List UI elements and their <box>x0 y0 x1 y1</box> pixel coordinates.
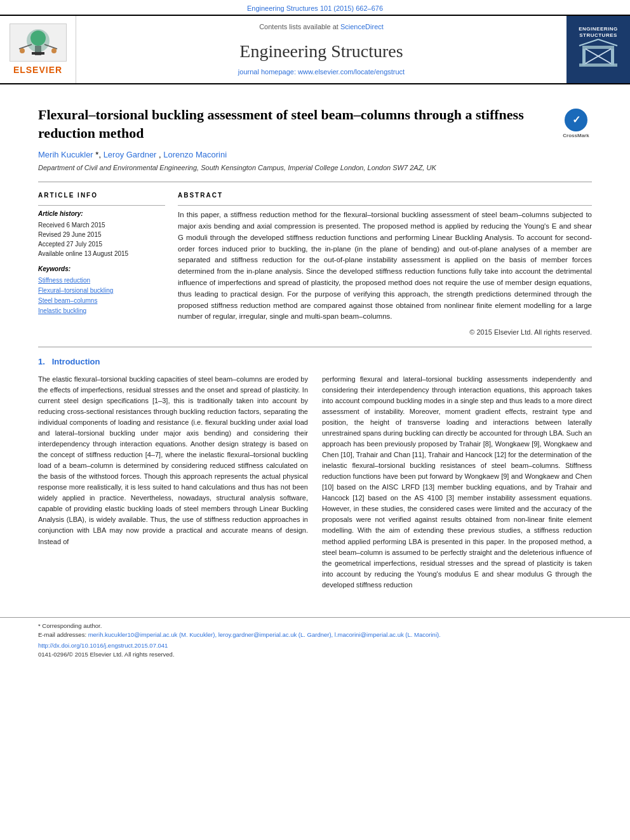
journal-homepage: journal homepage: www.elsevier.com/locat… <box>238 67 405 77</box>
body-text-right: performing flexural and lateral–torsiona… <box>322 374 592 590</box>
body-two-col: The elastic flexural–torsional buckling … <box>38 374 592 594</box>
crossmark-badge[interactable]: ✓ CrossMark <box>560 109 592 139</box>
article-title-text: Flexural–torsional buckling assessment o… <box>38 106 554 142</box>
section1-heading: 1. Introduction <box>38 356 592 368</box>
divider-after-abstract <box>38 347 592 347</box>
journal-header: ELSEVIER Contents lists available at Sci… <box>0 15 630 84</box>
svg-line-15 <box>598 39 617 46</box>
abstract-label: ABSTRACT <box>178 191 592 200</box>
svg-point-7 <box>51 48 57 53</box>
author-macorini: Lorenzo Macorini <box>163 150 227 159</box>
elsevier-logo-area: ELSEVIER <box>0 16 76 83</box>
journal-title: Engineering Structures <box>239 39 403 63</box>
footnote-emails: E-mail addresses: merih.kucukler10@imper… <box>38 630 592 639</box>
email-label: E-mail addresses: <box>38 631 86 638</box>
body-col-left: The elastic flexural–torsional buckling … <box>38 374 308 594</box>
footnote-corresponding: * Corresponding author. <box>38 622 592 630</box>
keyword-1[interactable]: Stiffness reduction <box>38 276 165 286</box>
journal-header-center: Contents lists available at ScienceDirec… <box>76 16 566 83</box>
journal-reference: Engineering Structures 101 (2015) 662–67… <box>0 0 630 15</box>
author-kucukler: Merih Kucukler <box>38 150 93 159</box>
keywords-block: Keywords: Stiffness reduction Flexural–t… <box>38 265 165 316</box>
abstract-block: In this paper, a stiffness reduction met… <box>178 205 592 338</box>
crossmark-icon: ✓ <box>565 109 587 131</box>
footer-area: * Corresponding author. E-mail addresses… <box>0 617 630 658</box>
section1-number-title: 1. Introduction <box>38 357 100 366</box>
email-addresses: merih.kucukler10@imperial.ac.uk (M. Kucu… <box>88 631 441 638</box>
body-col-right: performing flexural and lateral–torsiona… <box>322 374 592 594</box>
author-gardner: Leroy Gardner <box>104 150 157 159</box>
svg-rect-10 <box>611 48 614 65</box>
authors-line: Merih Kucukler *, Leroy Gardner , Lorenz… <box>38 149 592 161</box>
article-info-label: ARTICLE INFO <box>38 191 165 200</box>
body-text-left: The elastic flexural–torsional buckling … <box>38 374 308 547</box>
abstract-col: ABSTRACT In this paper, a stiffness redu… <box>178 191 592 338</box>
doi-line[interactable]: http://dx.doi.org/10.1016/j.engstruct.20… <box>38 641 592 650</box>
badge-label: ENGINEERINGSTRUCTURES <box>579 26 618 38</box>
svg-point-6 <box>20 48 25 53</box>
svg-rect-11 <box>582 46 614 49</box>
sciencedirect-line: Contents lists available at ScienceDirec… <box>259 22 384 32</box>
article-history-label: Article history: <box>38 210 165 218</box>
elsevier-tree-logo <box>10 23 67 62</box>
abstract-text: In this paper, a stiffness reduction met… <box>178 210 592 323</box>
accepted-line: Accepted 27 July 2015 <box>38 239 165 249</box>
issn-line: 0141-0296/© 2015 Elsevier Ltd. All right… <box>38 650 592 658</box>
elsevier-text: ELSEVIER <box>13 64 62 77</box>
copyright-line: © 2015 Elsevier Ltd. All rights reserved… <box>178 328 592 337</box>
affiliation: Department of Civil and Environmental En… <box>38 163 592 173</box>
eng-structures-badge: ENGINEERINGSTRUCTURES <box>576 26 620 73</box>
available-line: Available online 13 August 2015 <box>38 249 165 258</box>
main-content: Flexural–torsional buckling assessment o… <box>0 84 630 610</box>
svg-rect-9 <box>582 48 586 65</box>
journal-badge: ENGINEERINGSTRUCTURES <box>566 16 630 83</box>
article-info-abstract-row: ARTICLE INFO Article history: Received 6… <box>38 191 592 338</box>
keyword-2[interactable]: Flexural–torsional buckling <box>38 286 165 296</box>
crossmark-label: CrossMark <box>563 133 589 139</box>
article-info-col: ARTICLE INFO Article history: Received 6… <box>38 191 165 338</box>
svg-point-2 <box>30 30 46 46</box>
sciencedirect-link[interactable]: ScienceDirect <box>340 23 384 30</box>
received-line: Received 6 March 2015 <box>38 220 165 230</box>
article-title-area: Flexural–torsional buckling assessment o… <box>38 106 592 142</box>
svg-rect-3 <box>32 52 44 55</box>
keyword-4[interactable]: Inelastic buckling <box>38 306 165 316</box>
revised-line: Revised 29 June 2015 <box>38 230 165 239</box>
divider-after-affiliation <box>38 182 592 182</box>
keyword-3[interactable]: Steel beam–columns <box>38 296 165 306</box>
article-info-block: Article history: Received 6 March 2015 R… <box>38 205 165 316</box>
svg-line-14 <box>579 39 598 46</box>
keywords-label: Keywords: <box>38 265 165 274</box>
